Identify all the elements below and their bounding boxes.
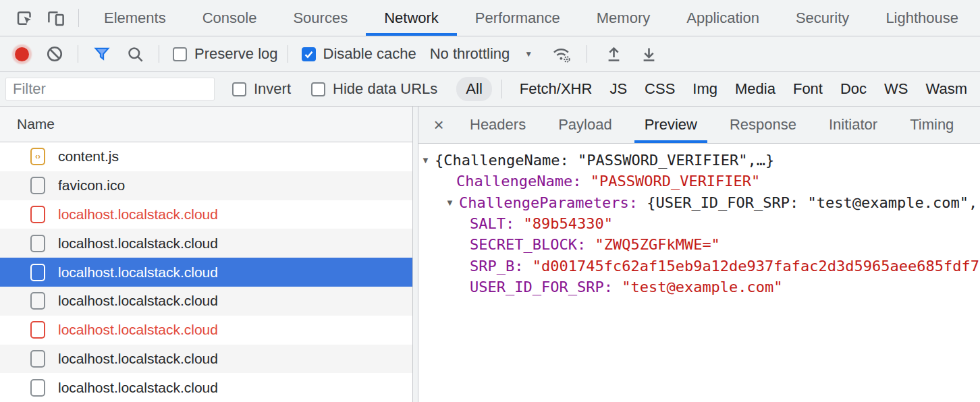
filter-type-wasm[interactable]: Wasm	[926, 80, 968, 98]
filter-input[interactable]	[5, 78, 215, 100]
detail-tabbar: × Headers Payload Preview Response Initi…	[418, 107, 980, 144]
hide-data-urls-label: Hide data URLs	[333, 80, 437, 98]
filter-type-media[interactable]: Media	[735, 80, 775, 98]
network-toolbar: Preserve log Disable cache No throttling…	[0, 36, 980, 72]
tree-line[interactable]: SECRET_BLOCK: "ZWQ5ZGFkMWE="	[418, 234, 980, 255]
tree-line[interactable]: SRP_B: "d001745fc62af15eb9a12de937fafac2…	[418, 255, 980, 276]
table-row-selected[interactable]: localhost.localstack.cloud	[0, 258, 412, 287]
request-name: content.js	[58, 148, 119, 165]
record-icon[interactable]	[15, 47, 29, 61]
network-conditions-button[interactable]	[551, 44, 572, 64]
throttling-select[interactable]: No throttling ▼	[430, 45, 533, 63]
panel-splitter[interactable]	[412, 107, 418, 402]
document-file-icon	[30, 177, 45, 194]
filter-type-fetch-xhr[interactable]: Fetch/XHR	[520, 80, 593, 98]
table-row[interactable]: localhost.localstack.cloud	[0, 200, 412, 229]
disable-cache-label: Disable cache	[323, 45, 416, 63]
divider	[78, 45, 78, 63]
tab-elements[interactable]: Elements	[86, 0, 184, 36]
close-icon[interactable]: ×	[424, 107, 454, 143]
invert-checkbox[interactable]	[232, 82, 246, 96]
document-file-icon	[30, 206, 45, 223]
tree-line[interactable]: SALT: "89b54330"	[418, 213, 980, 234]
toggle-device-toolbar-button[interactable]	[40, 0, 72, 36]
tab-performance[interactable]: Performance	[457, 0, 578, 36]
table-row[interactable]: ‹› content.js	[0, 142, 412, 171]
document-file-icon	[30, 379, 45, 397]
detail-tab-response[interactable]: Response	[718, 107, 808, 143]
chevron-down-icon: ▼	[524, 49, 533, 59]
request-rows: ‹› content.js favicon.ico localhost.loca…	[0, 142, 412, 402]
document-file-icon	[30, 235, 45, 252]
filter-type-font[interactable]: Font	[793, 80, 823, 98]
filter-type-img[interactable]: Img	[692, 80, 717, 98]
disable-cache-checkbox[interactable]	[302, 47, 316, 61]
tab-lighthouse[interactable]: Lighthouse	[867, 0, 977, 36]
table-row[interactable]: localhost.localstack.cloud	[0, 345, 412, 374]
expander-icon[interactable]: ▼	[445, 198, 459, 208]
detail-tab-payload[interactable]: Payload	[547, 107, 624, 143]
table-row[interactable]: localhost.localstack.cloud	[0, 316, 412, 345]
request-name: localhost.localstack.cloud	[58, 206, 218, 223]
throttling-value: No throttling	[430, 45, 510, 63]
divider	[159, 45, 159, 63]
request-name: localhost.localstack.cloud	[58, 293, 218, 309]
filter-type-css[interactable]: CSS	[645, 80, 675, 98]
preview-tree: ▼{ChallengeName: "PASSWORD_VERIFIER",…} …	[418, 144, 980, 402]
hide-data-urls-checkbox[interactable]	[311, 82, 325, 96]
document-file-icon	[30, 292, 45, 310]
tab-sources[interactable]: Sources	[275, 0, 366, 36]
export-har-button[interactable]	[640, 45, 658, 63]
table-row[interactable]: localhost.localstack.cloud	[0, 229, 412, 258]
tab-console[interactable]: Console	[184, 0, 275, 36]
clear-button[interactable]	[46, 45, 63, 63]
tab-application[interactable]: Application	[668, 0, 778, 36]
preserve-log-label: Preserve log	[194, 45, 278, 63]
filter-type-all[interactable]: All	[456, 77, 491, 101]
import-har-icon	[605, 45, 623, 63]
request-name: localhost.localstack.cloud	[58, 351, 218, 367]
table-row[interactable]: localhost.localstack.cloud	[0, 373, 412, 402]
script-file-icon: ‹›	[30, 148, 45, 165]
tree-line[interactable]: ▼{ChallengeName: "PASSWORD_VERIFIER",…}	[418, 150, 980, 171]
tab-security[interactable]: Security	[778, 0, 867, 36]
name-column-header-label: Name	[17, 116, 55, 132]
filter-type-doc[interactable]: Doc	[840, 80, 867, 98]
network-conditions-icon	[551, 44, 572, 64]
preserve-log-checkbox[interactable]	[173, 47, 187, 61]
invert-label: Invert	[254, 80, 291, 98]
detail-tab-headers[interactable]: Headers	[458, 107, 537, 143]
filter-type-js[interactable]: JS	[609, 80, 627, 98]
tab-memory[interactable]: Memory	[578, 0, 668, 36]
document-file-icon	[30, 321, 45, 339]
tab-network[interactable]: Network	[366, 0, 457, 36]
detail-tab-initiator[interactable]: Initiator	[817, 107, 889, 143]
search-icon	[126, 45, 144, 63]
inspect-element-button[interactable]	[9, 0, 40, 36]
filter-button[interactable]	[92, 45, 111, 63]
request-name: localhost.localstack.cloud	[58, 322, 218, 338]
export-har-icon	[640, 45, 658, 63]
table-row[interactable]: localhost.localstack.cloud	[0, 287, 412, 316]
divider	[501, 80, 502, 98]
tree-line[interactable]: ChallengeName: "PASSWORD_VERIFIER"	[418, 171, 980, 192]
device-toolbar-icon	[46, 8, 66, 28]
request-name: localhost.localstack.cloud	[58, 380, 218, 396]
divider	[288, 45, 288, 63]
main-tabbar: Elements Console Sources Network Perform…	[0, 0, 980, 36]
devtools-window: Elements Console Sources Network Perform…	[0, 0, 980, 402]
name-column-header[interactable]: Name	[0, 107, 412, 142]
filter-type-ws[interactable]: WS	[884, 80, 908, 98]
detail-tab-preview[interactable]: Preview	[633, 107, 709, 143]
request-name: favicon.ico	[58, 177, 125, 194]
document-file-icon	[30, 350, 45, 368]
detail-tab-timing[interactable]: Timing	[898, 107, 965, 143]
expander-icon[interactable]: ▼	[421, 155, 435, 165]
import-har-button[interactable]	[605, 45, 623, 63]
tree-line[interactable]: ▼ChallengeParameters: {USER_ID_FOR_SRP: …	[418, 192, 980, 213]
request-name: localhost.localstack.cloud	[58, 264, 218, 281]
search-button[interactable]	[126, 45, 144, 63]
table-row[interactable]: favicon.ico	[0, 171, 412, 200]
request-detail-panel: × Headers Payload Preview Response Initi…	[418, 107, 980, 402]
tree-line[interactable]: USER_ID_FOR_SRP: "test@example.com"	[418, 277, 980, 297]
